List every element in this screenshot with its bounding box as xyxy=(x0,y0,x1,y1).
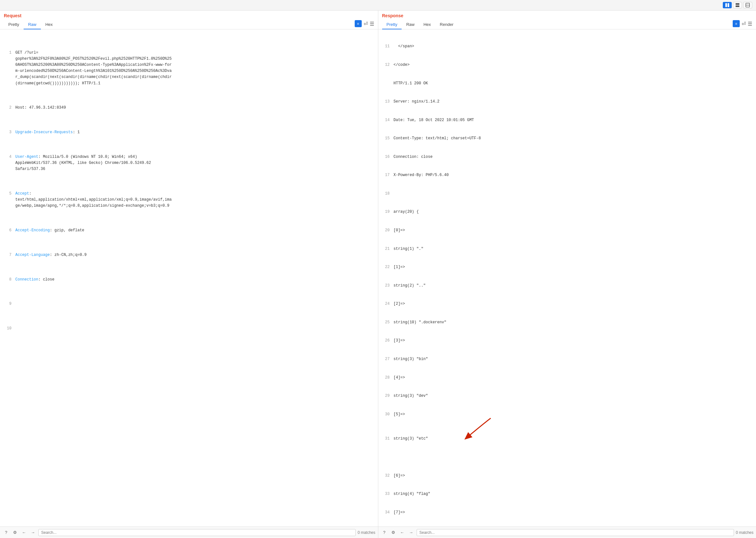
request-panel: Request Pretty Raw Hex ≡ ⏎ ☰ 1 GET /?url… xyxy=(0,11,378,538)
request-menu-icon[interactable]: ☰ xyxy=(370,20,374,27)
table-row: 5 Accept:text/html,application/xhtml+xml… xyxy=(4,191,374,209)
request-code: 1 GET /?url=gopher%3A%2F%2F0%3A80%2F_POS… xyxy=(0,31,378,344)
red-arrow-annotation xyxy=(433,417,497,449)
main-panels: Request Pretty Raw Hex ≡ ⏎ ☰ 1 GET /?url… xyxy=(0,11,756,538)
table-row: 16 Connection: close xyxy=(382,154,752,160)
response-panel: Response Pretty Raw Hex Render ≡ ⏎ ☰ 11 … xyxy=(378,11,756,538)
table-row: 4 User-Agent: Mozilla/5.0 (Windows NT 10… xyxy=(4,154,374,173)
request-matches: 0 matches xyxy=(357,530,375,535)
table-row: 34 [7]=> xyxy=(382,510,752,515)
response-panel-title: Response xyxy=(382,13,752,18)
table-row: 17 X-Powered-By: PHP/5.6.40 xyxy=(382,172,752,178)
response-tab-actions: ≡ ⏎ ☰ xyxy=(733,20,752,29)
response-bottom-bar: ? ⚙ ← → 0 matches xyxy=(378,526,756,538)
table-row: 8 Connection: close xyxy=(4,277,374,283)
request-back-icon[interactable]: ← xyxy=(21,529,27,536)
table-row: 12 </code> xyxy=(382,62,752,68)
response-bottom-panel: ? ⚙ ← → 0 matches xyxy=(378,529,756,536)
svg-rect-2 xyxy=(735,3,739,5)
table-row: 7 Accept-Language: zh-CN,zh;q=0.9 xyxy=(4,252,374,258)
response-content-wrapper: 11 </span> 12 </code> HTTP/1.1 200 OK 13… xyxy=(378,29,756,526)
table-row: 1 GET /?url=gopher%3A%2F%2F0%3A80%2F_POS… xyxy=(4,50,374,86)
response-tabs: Pretty Raw Hex Render ≡ ⏎ ☰ xyxy=(382,20,752,29)
request-panel-header: Request Pretty Raw Hex ≡ ⏎ ☰ xyxy=(0,11,378,29)
response-settings-icon[interactable]: ⚙ xyxy=(390,529,397,536)
request-content: 1 GET /?url=gopher%3A%2F%2F0%3A80%2F_POS… xyxy=(0,29,378,526)
svg-rect-3 xyxy=(735,5,739,7)
top-bar xyxy=(0,0,756,11)
table-row: 26 [3]=> xyxy=(382,338,752,344)
table-row: 14 Date: Tue, 18 Oct 2022 10:01:05 GMT xyxy=(382,117,752,123)
response-search-input[interactable] xyxy=(417,529,734,536)
table-row: 18 xyxy=(382,191,752,197)
response-forward-icon[interactable]: → xyxy=(408,529,415,536)
table-row: 15 Content-Type: text/html; charset=UTF-… xyxy=(382,135,752,141)
table-row: 11 </span> xyxy=(382,43,752,49)
request-settings-icon[interactable]: ⚙ xyxy=(12,529,19,536)
table-row: 21 string(1) "." xyxy=(382,246,752,252)
tab-request-raw[interactable]: Raw xyxy=(24,20,41,29)
table-row: 24 [2]=> xyxy=(382,301,752,307)
request-bottom-panel: ? ⚙ ← → 0 matches xyxy=(0,529,378,536)
table-row: 23 string(2) ".." xyxy=(382,283,752,289)
response-back-icon[interactable]: ← xyxy=(399,529,406,536)
response-menu-icon[interactable]: ☰ xyxy=(748,20,752,27)
table-row: 30 [5]=> xyxy=(382,411,752,417)
top-view-button[interactable] xyxy=(733,2,742,8)
table-row: HTTP/1.1 200 OK xyxy=(382,81,752,86)
table-row: 25 string(10) ".dockerenv" xyxy=(382,319,752,326)
view-toggle-buttons xyxy=(723,2,752,8)
table-row: 31 string(3) "etc" xyxy=(382,436,752,460)
tab-request-hex[interactable]: Hex xyxy=(41,20,57,29)
request-search-input[interactable] xyxy=(38,529,355,536)
request-tabs: Pretty Raw Hex ≡ ⏎ ☰ xyxy=(4,20,374,29)
table-row: 6 Accept-Encoding: gzip, deflate xyxy=(4,228,374,234)
table-row: 33 string(4) "flag" xyxy=(382,491,752,497)
table-row: 20 [0]=> xyxy=(382,228,752,234)
response-matches: 0 matches xyxy=(736,530,753,535)
request-panel-title: Request xyxy=(4,13,374,18)
response-code: 11 </span> 12 </code> HTTP/1.1 200 OK 13… xyxy=(378,31,756,526)
table-row: 29 string(3) "dev" xyxy=(382,393,752,399)
table-row: 2 Host: 47.96.3.142:8349 xyxy=(4,105,374,111)
tab-request-pretty[interactable]: Pretty xyxy=(4,20,24,29)
table-row: 19 array(20) { xyxy=(382,209,752,215)
response-format-icon[interactable]: ≡ xyxy=(733,20,740,27)
tab-response-render[interactable]: Render xyxy=(436,20,458,29)
split-view-button[interactable] xyxy=(723,2,732,8)
table-row: 32 [6]=> xyxy=(382,473,752,479)
svg-rect-1 xyxy=(728,3,729,7)
table-row: 3 Upgrade-Insecure-Requests: 1 xyxy=(4,130,374,135)
table-row: 10 xyxy=(4,326,374,332)
table-row: 22 [1]=> xyxy=(382,264,752,270)
request-forward-icon[interactable]: → xyxy=(29,529,36,536)
tab-response-hex[interactable]: Hex xyxy=(419,20,435,29)
response-wrap-icon[interactable]: ⏎ xyxy=(742,20,746,27)
table-row: 13 Server: nginx/1.14.2 xyxy=(382,99,752,105)
request-format-icon[interactable]: ≡ xyxy=(355,20,362,27)
request-tab-actions: ≡ ⏎ ☰ xyxy=(355,20,374,29)
tab-response-raw[interactable]: Raw xyxy=(402,20,419,29)
response-help-icon[interactable]: ? xyxy=(381,529,388,536)
request-wrap-icon[interactable]: ⏎ xyxy=(364,20,368,27)
table-row: 28 [4]=> xyxy=(382,375,752,381)
table-row: 9 xyxy=(4,301,374,307)
tab-response-pretty[interactable]: Pretty xyxy=(382,20,402,29)
response-panel-header: Response Pretty Raw Hex Render ≡ ⏎ ☰ xyxy=(378,11,756,29)
request-help-icon[interactable]: ? xyxy=(3,529,10,536)
response-content: 11 </span> 12 </code> HTTP/1.1 200 OK 13… xyxy=(378,29,756,526)
bottom-view-button[interactable] xyxy=(743,2,752,8)
svg-rect-0 xyxy=(725,3,727,7)
table-row: 27 string(3) "bin" xyxy=(382,356,752,362)
request-bottom-bar: ? ⚙ ← → 0 matches xyxy=(0,526,378,538)
